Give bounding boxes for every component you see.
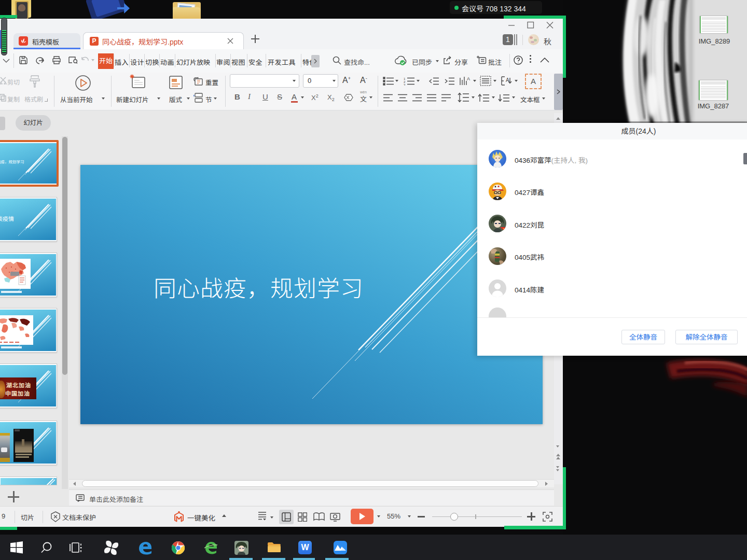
svg-text:3: 3	[404, 83, 406, 86]
svg-text:A: A	[467, 76, 470, 81]
